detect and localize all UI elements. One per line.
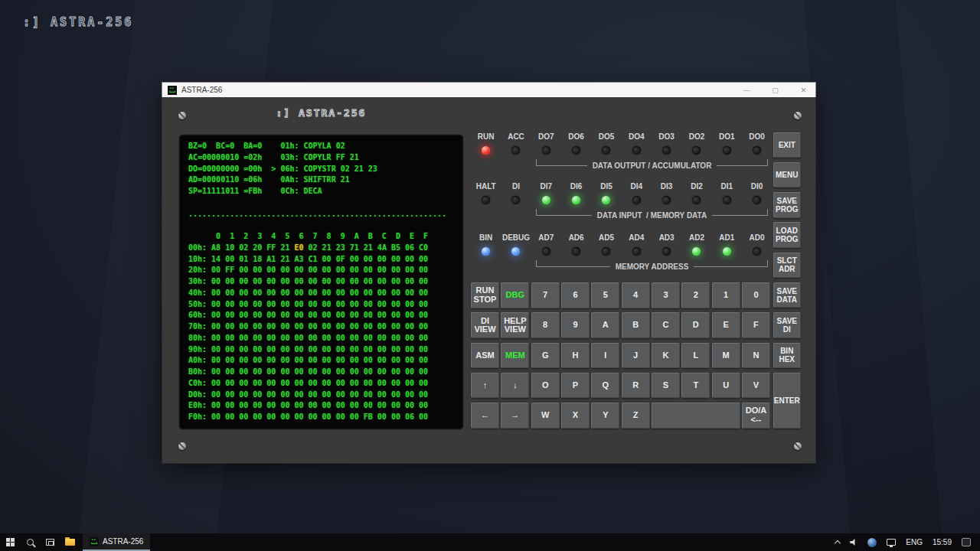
- led-run: [482, 146, 490, 155]
- key-a[interactable]: A: [591, 312, 619, 338]
- led-label-do6: DO6: [561, 131, 591, 143]
- key-arrow-up[interactable]: ↑: [471, 373, 499, 399]
- key-1[interactable]: 1: [712, 282, 740, 308]
- action-center-icon[interactable]: [962, 538, 971, 546]
- screw-icon: [794, 112, 802, 119]
- key-asm[interactable]: ASM: [471, 343, 499, 369]
- key-k[interactable]: K: [652, 343, 680, 369]
- menu-button[interactable]: MENU: [773, 162, 802, 188]
- key-arrow-right[interactable]: →: [501, 403, 529, 429]
- led-label-run: RUN: [471, 131, 501, 143]
- exit-button[interactable]: EXIT: [773, 132, 802, 158]
- key-g[interactable]: G: [531, 343, 560, 369]
- led-label-di4: DI4: [622, 181, 652, 193]
- key-7[interactable]: 7: [531, 282, 560, 308]
- key-r[interactable]: R: [622, 373, 650, 399]
- key-x[interactable]: X: [561, 403, 590, 429]
- key-di-view[interactable]: DI VIEW: [471, 312, 499, 338]
- key-dbg[interactable]: DBG: [501, 282, 529, 308]
- app-icon: :]: [90, 537, 99, 546]
- minimize-button[interactable]: —: [735, 83, 759, 97]
- key-s[interactable]: S: [652, 373, 680, 399]
- key-i[interactable]: I: [591, 343, 619, 369]
- close-button[interactable]: ✕: [792, 83, 815, 97]
- key-h[interactable]: H: [561, 343, 590, 369]
- key-3[interactable]: 3: [652, 282, 680, 308]
- led-label-di7: DI7: [531, 181, 561, 193]
- load-prog-button[interactable]: LOAD PROG: [773, 222, 802, 248]
- key-2[interactable]: 2: [681, 282, 710, 308]
- search-button[interactable]: [20, 533, 40, 551]
- task-view-button[interactable]: [40, 533, 60, 551]
- bin-hex-button[interactable]: BIN HEX: [773, 343, 802, 369]
- key-b[interactable]: B: [622, 312, 650, 338]
- key-space[interactable]: [652, 403, 740, 429]
- tray-app-icon[interactable]: [867, 538, 877, 547]
- maximize-button[interactable]: ▢: [763, 83, 787, 97]
- task-view-icon: [46, 539, 54, 546]
- led-label-ad0: AD0: [742, 232, 772, 244]
- save-data-button[interactable]: SAVE DATA: [773, 282, 802, 308]
- key-j[interactable]: J: [622, 343, 650, 369]
- led-label-di6: DI6: [561, 181, 591, 193]
- language-indicator[interactable]: ENG: [906, 538, 923, 546]
- led-label-ad4: AD4: [622, 232, 652, 244]
- key-o[interactable]: O: [531, 373, 560, 399]
- led-label-acc: ACC: [501, 131, 531, 143]
- volume-icon[interactable]: [850, 539, 858, 546]
- key-run-stop[interactable]: RUN STOP: [471, 282, 499, 308]
- led-label-bin: BIN: [471, 232, 501, 244]
- key-help-view[interactable]: HELP VIEW: [501, 312, 529, 338]
- key-arrow-down[interactable]: ↓: [501, 373, 529, 399]
- key-z[interactable]: Z: [622, 403, 650, 429]
- key-e[interactable]: E: [712, 312, 740, 338]
- led-label-do4: DO4: [622, 131, 652, 143]
- key-d[interactable]: D: [681, 312, 710, 338]
- led-do3: [662, 146, 671, 155]
- tray-expand-icon[interactable]: [835, 540, 841, 546]
- key-6[interactable]: 6: [561, 282, 590, 308]
- enter-button[interactable]: ENTER: [773, 373, 802, 429]
- led-acc: [511, 146, 520, 155]
- slct-adr-button[interactable]: SLCT ADR: [773, 253, 802, 279]
- key-w[interactable]: W: [531, 403, 560, 429]
- led-ad7: [542, 247, 550, 256]
- key-do-a[interactable]: DO/A <--: [742, 403, 770, 429]
- key-arrow-left[interactable]: ←: [471, 403, 499, 429]
- key-9[interactable]: 9: [561, 312, 590, 338]
- desktop-wallpaper-logo: :] ASTRA-256: [23, 15, 133, 29]
- taskbar-app-astra-256[interactable]: :] ASTRA-256: [83, 533, 150, 551]
- key-c[interactable]: C: [652, 312, 680, 338]
- save-prog-button[interactable]: SAVE PROG: [773, 192, 802, 218]
- system-tray: ENG 15:59: [835, 533, 980, 551]
- file-explorer-button[interactable]: [60, 533, 80, 551]
- key-m[interactable]: M: [712, 343, 740, 369]
- key-y[interactable]: Y: [591, 403, 619, 429]
- led-debug: [511, 247, 520, 256]
- key-8[interactable]: 8: [531, 312, 560, 338]
- led-label-do2: DO2: [681, 131, 711, 143]
- key-f[interactable]: F: [742, 312, 770, 338]
- led-di3: [662, 196, 671, 204]
- network-icon[interactable]: [887, 539, 896, 546]
- led-di5: [602, 196, 610, 204]
- led-label-do5: DO5: [591, 131, 621, 143]
- led-label-di0: DI0: [742, 181, 772, 193]
- key-mem[interactable]: MEM: [501, 343, 529, 369]
- key-0[interactable]: 0: [742, 282, 770, 308]
- terminal-display: BZ=0 BC=0 BA=0 01h: COPYLA 02 AC=0000001…: [179, 135, 463, 429]
- key-v[interactable]: V: [742, 373, 770, 399]
- key-4[interactable]: 4: [622, 282, 650, 308]
- clock[interactable]: 15:59: [933, 538, 952, 546]
- led-group-label: MEMORY ADDRESS: [610, 262, 694, 271]
- key-t[interactable]: T: [681, 373, 710, 399]
- save-di-button[interactable]: SAVE DI: [773, 312, 802, 338]
- key-q[interactable]: Q: [591, 373, 619, 399]
- key-u[interactable]: U: [712, 373, 740, 399]
- key-l[interactable]: L: [681, 343, 710, 369]
- key-5[interactable]: 5: [591, 282, 619, 308]
- led-label-halt: HALT: [471, 181, 501, 193]
- key-p[interactable]: P: [561, 373, 590, 399]
- key-n[interactable]: N: [742, 343, 770, 369]
- start-button[interactable]: [0, 533, 20, 551]
